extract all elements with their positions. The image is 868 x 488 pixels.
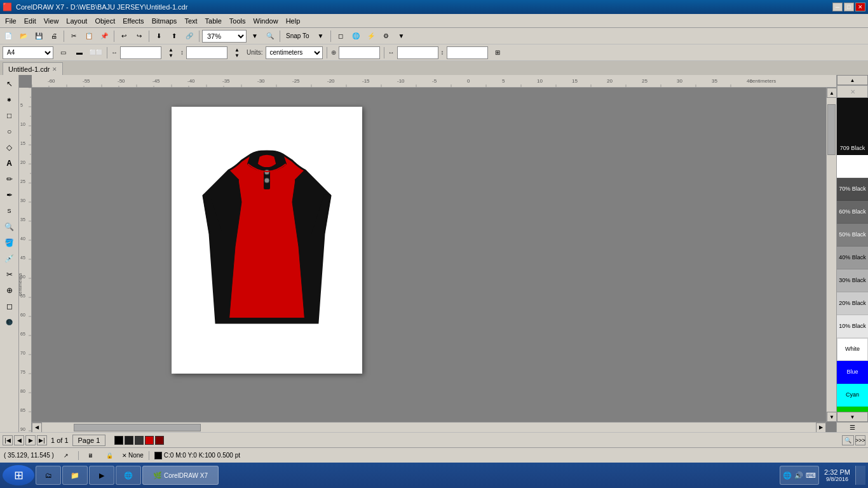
- palette-bottom-handle[interactable]: ☰: [837, 422, 868, 432]
- export-button[interactable]: ⬆: [167, 29, 181, 43]
- rect-tool[interactable]: □: [2, 108, 17, 123]
- copy-button[interactable]: 📋: [82, 29, 96, 43]
- height-input[interactable]: 29.7 cm: [186, 46, 227, 59]
- next-page-button[interactable]: ▶: [25, 435, 36, 445]
- first-page-button[interactable]: |◀: [3, 435, 13, 445]
- empty-color-swatch[interactable]: ✕: [837, 85, 868, 98]
- menu-item-object[interactable]: Object: [91, 16, 119, 26]
- prev-page-button[interactable]: ◀: [14, 435, 24, 445]
- menu-item-text[interactable]: Text: [180, 16, 201, 26]
- zoom-tool[interactable]: 🔍: [2, 219, 17, 234]
- hscroll-thumb[interactable]: [74, 424, 201, 431]
- undo-button[interactable]: ↩: [117, 29, 131, 43]
- taskbar-browser[interactable]: 🌐: [116, 466, 141, 485]
- start-button[interactable]: ⊞: [3, 465, 34, 485]
- menu-item-window[interactable]: Window: [250, 16, 282, 26]
- polygon-tool[interactable]: ◇: [2, 140, 17, 155]
- width-stepper[interactable]: ▲▼: [164, 46, 178, 60]
- palette-scroll-down[interactable]: ▼: [837, 412, 868, 422]
- shadow-tool[interactable]: 🌑: [2, 315, 17, 330]
- transform-tool[interactable]: ⊕: [2, 283, 17, 298]
- view-btn2[interactable]: 🌐: [349, 29, 363, 43]
- print-button[interactable]: 🖨: [47, 29, 61, 43]
- scroll-thumb[interactable]: [827, 104, 836, 155]
- palette-swatch-empty[interactable]: [837, 155, 868, 178]
- scroll-left-button[interactable]: ◀: [32, 423, 42, 433]
- text-tool[interactable]: A: [2, 156, 17, 171]
- swatch-black[interactable]: [114, 436, 123, 445]
- menu-item-file[interactable]: File: [1, 16, 20, 26]
- lock-icon[interactable]: 🔒: [103, 449, 117, 463]
- swatch-red-dark[interactable]: [145, 436, 154, 445]
- clock-display[interactable]: 2:32 PM 9/8/2016: [822, 468, 853, 482]
- nav-arrow-btn[interactable]: >>>: [855, 435, 865, 445]
- taskbar-file-manager[interactable]: 🗂: [36, 466, 61, 485]
- eyedropper-tool[interactable]: 💉: [2, 251, 17, 266]
- palette-swatch-50%-black[interactable]: 50% Black: [837, 224, 868, 247]
- zoom-selector[interactable]: 37%: [202, 30, 247, 43]
- palette-swatch-cyan[interactable]: Cyan: [837, 384, 868, 407]
- palette-swatch-20%-black[interactable]: 20% Black: [837, 292, 868, 315]
- last-page-button[interactable]: ▶|: [37, 435, 47, 445]
- pencil-tool[interactable]: ✏: [2, 172, 17, 187]
- palette-scroll-up[interactable]: ▲: [837, 75, 868, 85]
- transform-btn[interactable]: ⊞: [491, 46, 505, 60]
- show-desktop-button[interactable]: [855, 466, 865, 485]
- minimize-button[interactable]: ─: [832, 3, 843, 11]
- document-tab[interactable]: Untitled-1.cdr ✕: [3, 62, 63, 75]
- palette-swatch-10%-black[interactable]: 10% Black: [837, 315, 868, 338]
- menu-item-bitmaps[interactable]: Bitmaps: [148, 16, 181, 26]
- palette-swatch-60%-black[interactable]: 60% Black: [837, 201, 868, 224]
- palette-swatch-70%-black[interactable]: 70% Black: [837, 178, 868, 201]
- units-select[interactable]: centimeters: [266, 46, 323, 59]
- scroll-down-button[interactable]: ▼: [827, 412, 836, 422]
- import-button[interactable]: ⬇: [152, 29, 166, 43]
- paper-orient-landscape[interactable]: ▬: [72, 46, 86, 60]
- options-btn[interactable]: ⚙: [379, 29, 393, 43]
- menu-item-view[interactable]: View: [40, 16, 63, 26]
- taskbar-coreldraw[interactable]: 🌿 CorelDRAW X7: [142, 466, 219, 485]
- paste-button[interactable]: 📌: [97, 29, 111, 43]
- black-swatch[interactable]: 709 Black: [837, 98, 868, 155]
- zoom-options[interactable]: ▼: [248, 29, 262, 43]
- view-zoom-btn[interactable]: 🔍: [842, 435, 854, 445]
- title-bar-controls[interactable]: ─ □ ✕: [832, 3, 865, 11]
- nudge-input[interactable]: 0.025 cm: [339, 46, 380, 59]
- palette-swatch-green[interactable]: Green: [837, 407, 868, 412]
- cut-button[interactable]: ✂: [67, 29, 81, 43]
- menu-item-edit[interactable]: Edit: [20, 16, 40, 26]
- height-stepper[interactable]: ▲▼: [230, 46, 244, 60]
- publish-button[interactable]: 🔗: [182, 29, 196, 43]
- palette-swatch-white[interactable]: White: [837, 338, 868, 361]
- node-tool[interactable]: ✱: [2, 92, 17, 107]
- menu-item-layout[interactable]: Layout: [62, 16, 91, 26]
- menu-item-tools[interactable]: Tools: [226, 16, 250, 26]
- vertical-scrollbar[interactable]: ▲ ▼: [826, 88, 836, 422]
- width-input[interactable]: 21.0 cm: [120, 46, 161, 59]
- taskbar-explorer[interactable]: 📁: [62, 466, 88, 485]
- swatch-dark1[interactable]: [125, 436, 133, 445]
- close-button[interactable]: ✕: [855, 3, 865, 11]
- bezier-tool[interactable]: S: [2, 203, 17, 219]
- scroll-up-button[interactable]: ▲: [827, 88, 836, 98]
- swatch-dark2[interactable]: [135, 436, 144, 445]
- monitor-icon[interactable]: 🖥: [84, 449, 98, 463]
- page-props-btn[interactable]: ⬜⬜: [89, 46, 103, 60]
- palette-swatch-30%-black[interactable]: 30% Black: [837, 269, 868, 292]
- palette-swatch-40%-black[interactable]: 40% Black: [837, 247, 868, 269]
- view-btn3[interactable]: ⚡: [364, 29, 378, 43]
- swatch-maroon[interactable]: [155, 436, 164, 445]
- crop-tool[interactable]: ✂: [2, 267, 17, 282]
- palette-swatch-blue[interactable]: Blue: [837, 361, 868, 384]
- snap-btn[interactable]: Snap To: [283, 29, 313, 43]
- redo-button[interactable]: ↪: [132, 29, 146, 43]
- menu-item-table[interactable]: Table: [201, 16, 226, 26]
- options-arrow[interactable]: ▼: [395, 29, 409, 43]
- open-button[interactable]: 📂: [17, 29, 31, 43]
- menu-item-effects[interactable]: Effects: [119, 16, 147, 26]
- select-tool[interactable]: ↖: [2, 76, 17, 92]
- tab-close-button[interactable]: ✕: [52, 66, 57, 72]
- h2-input[interactable]: 0.635 cm: [447, 46, 488, 59]
- paper-size-select[interactable]: A4: [3, 46, 53, 59]
- scroll-right-button[interactable]: ▶: [816, 423, 826, 433]
